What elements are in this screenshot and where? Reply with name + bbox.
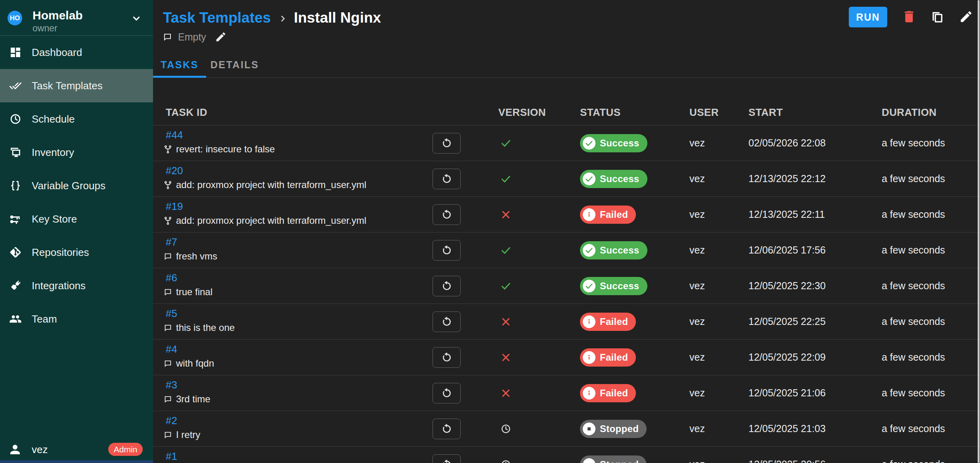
- git-branch-icon: [163, 181, 172, 190]
- project-role: owner: [33, 23, 57, 34]
- code-braces-icon: [9, 179, 22, 192]
- rerun-task-button[interactable]: [433, 454, 461, 463]
- sidebar-item-inventory[interactable]: Inventory: [0, 136, 153, 169]
- task-commit-message: revert: insecure to false: [163, 144, 275, 155]
- rerun-task-button[interactable]: [433, 383, 461, 403]
- task-id-link[interactable]: #1: [166, 450, 177, 463]
- version-ok-icon: [500, 173, 511, 184]
- task-duration: a few seconds: [882, 387, 945, 399]
- task-duration: a few seconds: [882, 459, 945, 463]
- task-duration: a few seconds: [882, 173, 945, 184]
- status-cell: Success: [580, 241, 647, 259]
- restart-icon: [441, 459, 453, 463]
- git-branch-icon: [163, 145, 172, 154]
- task-start: 02/05/2026 22:08: [748, 137, 826, 149]
- active-tab-indicator: [153, 76, 206, 78]
- sidebar-item-variable-groups[interactable]: Variable Groups: [0, 169, 153, 202]
- status-cell: Failed: [580, 313, 636, 331]
- delete-template-trash-icon[interactable]: [902, 9, 917, 24]
- status-badge-failed: Failed: [580, 206, 636, 224]
- status-cell: Success: [580, 134, 647, 152]
- rerun-task-button[interactable]: [433, 419, 461, 439]
- tab-tasks[interactable]: TASKS: [153, 53, 206, 76]
- sidebar-item-dashboard[interactable]: Dashboard: [0, 36, 153, 69]
- task-id-link[interactable]: #6: [166, 272, 177, 284]
- sidebar-item-repositories[interactable]: Repositories: [0, 236, 153, 269]
- done-all-icon: [9, 79, 22, 92]
- task-start: 12/05/2025 22:30: [748, 280, 826, 292]
- table-row: #5this is the oneFailedvez12/05/2025 22:…: [153, 304, 980, 340]
- task-start: 12/05/2025 21:03: [748, 423, 826, 434]
- rerun-task-button[interactable]: [433, 204, 461, 225]
- sidebar-item-schedule[interactable]: Schedule: [0, 102, 153, 136]
- task-duration: a few seconds: [882, 137, 945, 149]
- sidebar-item-label: Repositories: [32, 246, 89, 259]
- status-success-icon: [583, 244, 595, 257]
- column-header-status: STATUS: [580, 106, 621, 119]
- connection-icon: [9, 279, 22, 292]
- task-id-link[interactable]: #19: [166, 200, 183, 213]
- rerun-task-button[interactable]: [433, 133, 461, 154]
- monitor-multiple-icon: [9, 146, 22, 159]
- rerun-task-button[interactable]: [433, 169, 461, 189]
- task-history-table: #44revert: insecure to falseSuccessvez02…: [153, 125, 980, 463]
- task-id-link[interactable]: #2: [166, 415, 177, 427]
- version-fail-icon: [500, 316, 511, 327]
- task-duration: a few seconds: [882, 244, 945, 256]
- status-failed-icon: [583, 315, 595, 328]
- version-fail-icon: [500, 352, 511, 363]
- person-icon: [8, 442, 22, 457]
- breadcrumb: Task Templates Install Nginx: [163, 10, 381, 26]
- rerun-task-button[interactable]: [433, 347, 461, 368]
- task-duration: a few seconds: [882, 352, 945, 363]
- version-fail-icon: [500, 209, 511, 220]
- sidebar-item-integrations[interactable]: Integrations: [0, 269, 153, 302]
- task-id-link[interactable]: #5: [166, 307, 177, 320]
- status-badge-stopped: Stopped: [580, 420, 647, 438]
- sidebar-item-task-templates[interactable]: Task Templates: [0, 69, 153, 102]
- run-button[interactable]: RUN: [849, 7, 887, 27]
- table-row: #7fresh vmsSuccessvez12/06/2025 17:56a f…: [153, 232, 980, 268]
- comment-icon: [163, 430, 172, 440]
- edit-description-pencil-icon[interactable]: [215, 31, 227, 43]
- edit-template-pencil-icon[interactable]: [959, 10, 973, 24]
- dashboard-icon: [9, 46, 22, 59]
- status-cell: Success: [580, 277, 647, 295]
- comment-icon: [163, 288, 172, 297]
- table-row: #1Stoppedvez12/05/2025 20:56a few second…: [153, 447, 980, 463]
- chevron-right-icon: [278, 13, 288, 24]
- rerun-task-button[interactable]: [433, 276, 461, 296]
- task-id-link[interactable]: #7: [166, 236, 177, 248]
- sidebar-item-key-store[interactable]: Key Store: [0, 202, 153, 236]
- status-badge-success: Success: [580, 170, 647, 188]
- task-duration: a few seconds: [882, 280, 945, 292]
- vertical-scrollbar[interactable]: [978, 0, 980, 463]
- breadcrumb-parent-link[interactable]: Task Templates: [163, 10, 271, 26]
- rerun-task-button[interactable]: [433, 240, 461, 261]
- task-user: vez: [689, 423, 705, 434]
- status-cell: Stopped: [580, 455, 647, 463]
- task-id-link[interactable]: #3: [166, 379, 177, 391]
- status-badge-success: Success: [580, 277, 647, 295]
- version-ok-icon: [500, 280, 511, 292]
- restart-icon: [441, 280, 453, 292]
- project-switcher[interactable]: HO Homelab owner: [0, 0, 153, 36]
- task-id-link[interactable]: #4: [166, 343, 177, 355]
- rerun-task-button[interactable]: [433, 311, 461, 332]
- sidebar-nav: DashboardTask TemplatesScheduleInventory…: [0, 36, 153, 336]
- status-stopped-icon: [583, 458, 595, 463]
- task-id-link[interactable]: #44: [166, 129, 183, 141]
- user-name: vez: [32, 444, 48, 456]
- task-start: 12/05/2025 21:06: [748, 387, 826, 399]
- project-name: Homelab: [33, 9, 83, 22]
- sidebar-item-team[interactable]: Team: [0, 302, 153, 336]
- task-id-link[interactable]: #20: [166, 165, 183, 177]
- copy-template-icon[interactable]: [930, 10, 944, 24]
- column-header-user: USER: [689, 106, 719, 119]
- status-badge-failed: Failed: [580, 313, 636, 331]
- comment-icon: [163, 359, 172, 368]
- tab-divider: [153, 77, 980, 78]
- tab-details[interactable]: DETAILS: [206, 53, 263, 76]
- sidebar-item-label: Inventory: [32, 146, 74, 159]
- restart-icon: [441, 244, 453, 256]
